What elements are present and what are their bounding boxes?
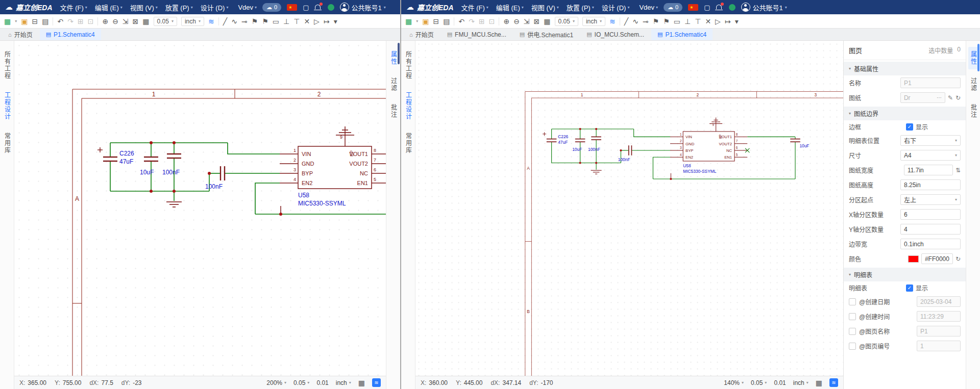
created-time-input[interactable]: 11:23:29 [917,311,961,322]
dock-tab-properties[interactable]: 属性 [388,47,399,69]
sheet-input[interactable]: Dr··· [900,92,945,103]
bom-position-select[interactable]: 右下▾ [900,135,961,146]
zone-origin-select[interactable]: 左上▾ [900,194,961,205]
grid-toggle-icon[interactable]: ▦ [358,379,365,387]
open-project-icon[interactable]: ▣ [21,18,28,25]
frame-select-icon[interactable]: ⊡ [88,18,94,25]
tab-io-mcu-schematic[interactable]: ▤IO_MCU.Schem... [580,29,650,40]
tab-home[interactable]: ⌂开始页 [403,29,440,40]
notifications-bell-icon[interactable] [716,4,723,11]
undo-icon[interactable]: ↶ [458,18,464,25]
zoom-out-icon[interactable]: ⊖ [513,18,520,25]
stepper-icon[interactable]: ⇅ [955,167,961,174]
grid-size-dropdown[interactable]: 0.05▾ [154,17,177,26]
cloud-sync-badge[interactable]: ☁0 [664,3,682,12]
color-swatch[interactable] [908,255,919,263]
unit-select[interactable]: inch▾ [793,379,808,386]
menu-view[interactable]: 视图 (V)▾ [531,3,559,12]
menu-place[interactable]: 放置 (P)▾ [567,3,594,12]
tab-p1-schematic4[interactable]: ▤P1.Schematic4 [651,29,713,40]
section-sheet-border[interactable]: ▾图纸边界 [844,107,966,120]
snap-toggle-icon[interactable]: ≋ [829,378,838,387]
y-zone-count-input[interactable]: 4 [900,224,961,235]
new-schematic-icon[interactable]: ▦ [405,18,412,25]
frame-select-icon[interactable]: ⊡ [489,18,495,25]
section-basic-properties[interactable]: ▾基础属性 [844,62,966,75]
menu-design[interactable]: 设计 (D)▾ [201,3,229,12]
tab-fmu-mcu-schematic[interactable]: ▤FMU_MCU.Sche... [441,29,512,40]
grid-select[interactable]: 0.05▾ [293,379,309,386]
schematic-canvas[interactable] [415,41,843,376]
undo-icon[interactable]: ↶ [57,18,63,25]
layers-icon[interactable]: ▢ [303,4,309,11]
dock-tab-filter[interactable]: 过滤 [968,73,978,96]
dock-tab-filter[interactable]: 过滤 [388,73,399,96]
dock-tab-common-library[interactable]: 常用库 [403,128,413,158]
app-logo[interactable]: ☁ 嘉立创EDA [406,2,454,12]
sheet-height-input[interactable]: 8.25in [900,179,961,190]
x-zone-count-input[interactable]: 6 [900,209,961,220]
dock-tab-project-design[interactable]: 工程设计 [2,88,12,124]
created-date-checkbox[interactable] [849,298,856,305]
vdev-branch-menu[interactable]: Vdev▾ [639,4,658,11]
save-icon[interactable]: ⊟ [32,18,38,25]
notifications-bell-icon[interactable] [314,4,322,11]
size-select[interactable]: A4▾ [900,150,961,161]
no-connect-tool-icon[interactable]: ✕ [705,18,711,25]
unit-dropdown[interactable]: inch▾ [582,17,605,26]
wire-tool-icon[interactable]: ╱ [624,18,628,25]
net-label-icon[interactable]: ▭ [674,18,680,25]
grid-style-icon[interactable]: ⊞ [78,18,84,25]
power-tool-icon[interactable]: ⊤ [293,18,300,25]
tab-home[interactable]: ⌂开始页 [2,29,39,40]
zoom-in-icon[interactable]: ⊕ [102,18,108,25]
snap-mode-icon[interactable]: ≋ [609,18,616,25]
section-bom[interactable]: ▾明细表 [844,268,966,281]
print-icon[interactable]: ▤ [42,18,48,25]
dock-scrollbar[interactable] [398,43,400,64]
dock-tab-all-projects[interactable]: 所有工程 [2,47,12,84]
power-tool-icon[interactable]: ⊤ [695,18,701,25]
tab-p1-schematic4[interactable]: ▤P1.Schematic4 [40,29,101,40]
zoom-out-icon[interactable]: ⊖ [112,18,118,25]
more-tools-caret-icon[interactable]: ▾ [735,18,739,25]
layers-icon[interactable]: ▢ [704,4,710,11]
grid-toggle-icon[interactable]: ▦ [816,379,822,387]
area-zoom-icon[interactable]: ⊠ [133,18,139,25]
app-logo[interactable]: ☁ 嘉立创EDA [5,2,53,12]
sheet-number-input[interactable]: 1 [917,341,961,351]
menu-design[interactable]: 设计 (D)▾ [602,3,630,12]
vdev-branch-menu[interactable]: Vdev▾ [238,4,257,11]
redo-icon[interactable]: ↷ [67,18,74,25]
online-status-icon[interactable] [328,4,334,11]
component-tool-icon[interactable]: ▷ [314,18,320,25]
ground-tool-icon[interactable]: ⊥ [684,18,691,25]
print-icon[interactable]: ▤ [443,18,450,25]
menu-place[interactable]: 放置 (P)▾ [165,3,193,12]
more-dots-icon[interactable]: ··· [937,95,942,100]
fit-view-icon[interactable]: ⇲ [524,18,530,25]
net-label-icon[interactable]: ▭ [273,18,279,25]
new-schematic-icon[interactable]: ▦ [4,18,11,25]
china-flag-icon[interactable]: ★ [688,4,698,11]
unit-dropdown[interactable]: inch▾ [181,17,204,26]
zoom-in-icon[interactable]: ⊕ [503,18,509,25]
save-icon[interactable]: ⊟ [433,18,439,25]
refresh-icon[interactable]: ↻ [955,94,961,101]
zoom-select[interactable]: 200%▾ [266,379,286,386]
dock-scrollbar[interactable] [977,44,979,71]
port-tool-icon[interactable]: ↦ [324,18,330,25]
account-menu[interactable]: 公共账号1 ▾ [741,3,787,12]
more-tools-caret-icon[interactable]: ▾ [334,18,337,25]
fit-view-icon[interactable]: ⇲ [122,18,129,25]
dock-tab-project-design[interactable]: 工程设计 [403,88,413,124]
menu-file[interactable]: 文件 (F)▾ [60,3,87,12]
unit-select[interactable]: inch▾ [336,379,351,386]
bom-show-checkbox[interactable]: ✓ [906,284,913,292]
net-flag-icon[interactable]: ⚑ [653,18,659,25]
no-connect-tool-icon[interactable]: ✕ [304,18,310,25]
china-flag-icon[interactable]: ★ [287,4,297,11]
sheet-width-input[interactable]: 11.7in [904,165,953,175]
grid-style-icon[interactable]: ⊞ [479,18,485,25]
cloud-sync-badge[interactable]: ☁0 [262,3,281,12]
